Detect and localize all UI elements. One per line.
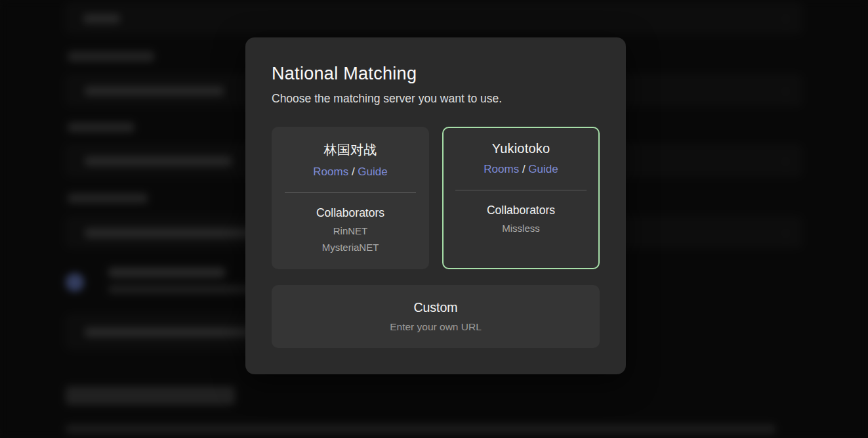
rooms-link[interactable]: Rooms [313,165,348,178]
server-name: Yukiotoko [444,141,598,156]
collaborator-name: MysteriaNET [272,242,429,253]
server-card-yukiotoko-selected[interactable]: Yukiotoko Rooms / Guide Collaborators Mi… [442,127,600,269]
rooms-link[interactable]: Rooms [484,163,519,175]
national-matching-dialog: National Matching Choose the matching se… [245,37,626,374]
dialog-title: National Matching [272,64,600,84]
collaborators-title: Collaborators [444,204,598,217]
collaborators-title: Collaborators [272,206,429,220]
custom-title: Custom [413,300,457,315]
collaborator-name: RinNET [272,225,429,236]
screen: › › › › National Matching Choose th [0,0,868,438]
custom-subtitle: Enter your own URL [390,321,482,333]
link-separator: / [352,165,355,178]
custom-server-card[interactable]: Custom Enter your own URL [272,285,600,348]
collaborator-name: Missless [444,223,598,234]
server-card-linguo[interactable]: 林国对战 Rooms / Guide Collaborators RinNET … [272,127,429,269]
dialog-subtitle: Choose the matching server you want to u… [272,92,600,106]
divider [285,192,416,193]
guide-link[interactable]: Guide [528,163,558,175]
server-links: Rooms / Guide [272,165,429,179]
server-options-row: 林国对战 Rooms / Guide Collaborators RinNET … [272,127,600,269]
link-separator: / [522,163,526,175]
server-name: 林国对战 [272,141,429,159]
guide-link[interactable]: Guide [358,165,387,178]
divider [455,190,587,190]
server-links: Rooms / Guide [444,163,598,176]
